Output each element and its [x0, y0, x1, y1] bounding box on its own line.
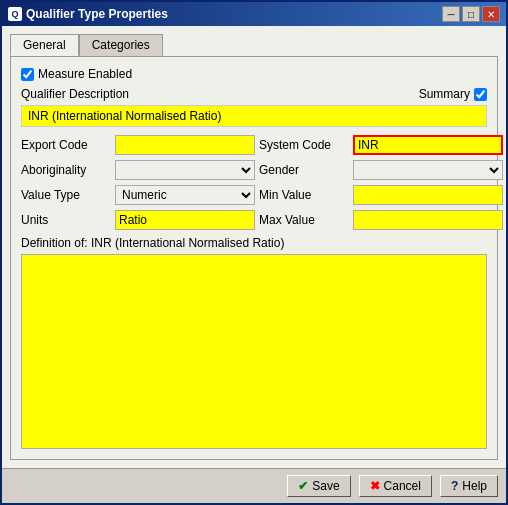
title-controls: ─ □ ✕	[442, 6, 500, 22]
measure-enabled-label: Measure Enabled	[38, 67, 132, 81]
max-value-input[interactable]	[353, 210, 503, 230]
save-button[interactable]: ✔ Save	[287, 475, 350, 497]
save-icon: ✔	[298, 479, 308, 493]
tab-categories[interactable]: Categories	[79, 34, 163, 56]
units-input[interactable]	[115, 210, 255, 230]
save-label: Save	[312, 479, 339, 493]
value-type-label: Value Type	[21, 188, 111, 202]
help-label: Help	[462, 479, 487, 493]
cancel-icon: ✖	[370, 479, 380, 493]
measure-enabled-row: Measure Enabled	[21, 67, 487, 81]
summary-checkbox[interactable]	[474, 88, 487, 101]
help-icon: ?	[451, 479, 458, 493]
summary-right: Summary	[419, 87, 487, 101]
minimize-button[interactable]: ─	[442, 6, 460, 22]
tab-content: Measure Enabled Qualifier Description Su…	[10, 56, 498, 460]
help-button[interactable]: ? Help	[440, 475, 498, 497]
max-value-label: Max Value	[259, 213, 349, 227]
qualifier-description-label: Qualifier Description	[21, 87, 129, 101]
definition-box[interactable]	[21, 254, 487, 449]
window-icon: Q	[8, 7, 22, 21]
maximize-button[interactable]: □	[462, 6, 480, 22]
aboriginality-select[interactable]: Aboriginal Torres Strait Islander Both N…	[115, 160, 255, 180]
tab-bar: General Categories	[10, 34, 498, 56]
footer: ✔ Save ✖ Cancel ? Help	[2, 468, 506, 503]
gender-select[interactable]: Male Female Other	[353, 160, 503, 180]
system-code-label: System Code	[259, 138, 349, 152]
value-type-select[interactable]: Numeric Text Date Boolean	[115, 185, 255, 205]
form-grid: Export Code System Code Aboriginality Ab…	[21, 135, 487, 230]
qualifier-description-row: Qualifier Description Summary	[21, 87, 487, 101]
gender-label: Gender	[259, 163, 349, 177]
tab-general[interactable]: General	[10, 34, 79, 56]
min-value-label: Min Value	[259, 188, 349, 202]
cancel-label: Cancel	[384, 479, 421, 493]
aboriginality-label: Aboriginality	[21, 163, 111, 177]
qualifier-name-bar: INR (International Normalised Ratio)	[21, 105, 487, 127]
definition-label: Definition of: INR (International Normal…	[21, 236, 487, 250]
min-value-input[interactable]	[353, 185, 503, 205]
title-bar: Q Qualifier Type Properties ─ □ ✕	[2, 2, 506, 26]
system-code-input[interactable]	[353, 135, 503, 155]
cancel-button[interactable]: ✖ Cancel	[359, 475, 432, 497]
export-code-label: Export Code	[21, 138, 111, 152]
close-button[interactable]: ✕	[482, 6, 500, 22]
window-body: General Categories Measure Enabled Quali…	[2, 26, 506, 468]
export-code-input[interactable]	[115, 135, 255, 155]
summary-label: Summary	[419, 87, 470, 101]
units-label: Units	[21, 213, 111, 227]
window-title: Qualifier Type Properties	[26, 7, 168, 21]
main-window: Q Qualifier Type Properties ─ □ ✕ Genera…	[0, 0, 508, 505]
title-bar-left: Q Qualifier Type Properties	[8, 7, 168, 21]
measure-enabled-checkbox[interactable]	[21, 68, 34, 81]
